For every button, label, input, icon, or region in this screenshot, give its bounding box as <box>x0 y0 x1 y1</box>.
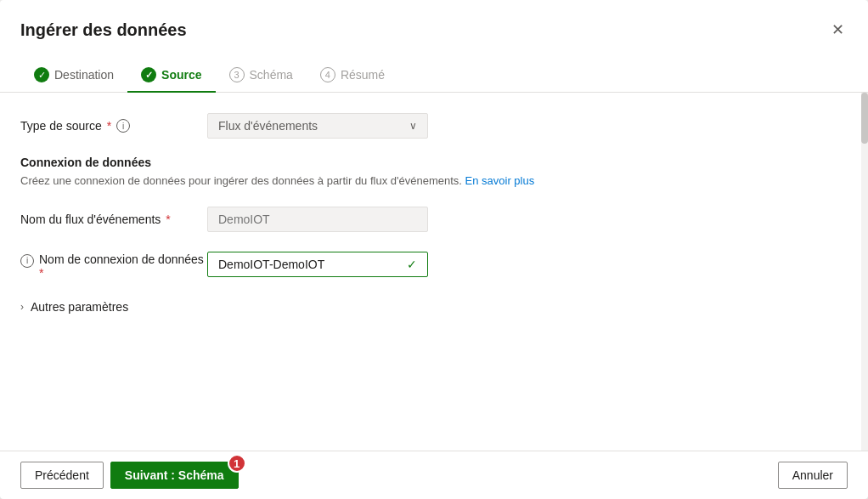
source-type-value: Flux d'événements <box>218 119 318 133</box>
scrollbar-track <box>861 93 868 451</box>
connection-info-icon[interactable]: i <box>20 254 34 268</box>
event-stream-input[interactable] <box>207 207 428 232</box>
required-star-3: * <box>39 266 43 280</box>
tab-resume-label: Résumé <box>341 68 385 82</box>
tabs-bar: ✓ Destination ✓ Source 3 Schéma 4 Résumé <box>0 49 868 93</box>
tab-destination[interactable]: ✓ Destination <box>20 60 127 93</box>
dialog-title: Ingérer des données <box>20 20 187 40</box>
next-badge: 1 <box>228 454 246 473</box>
tab-resume[interactable]: 4 Résumé <box>307 60 398 93</box>
connection-name-row: i Nom de connexion de données * DemoIOT-… <box>20 249 848 280</box>
footer-left: Précédent Suivant : Schéma 1 <box>20 462 239 489</box>
event-stream-control <box>207 207 848 232</box>
connection-check-icon: ✓ <box>407 258 417 271</box>
autres-parametres-label: Autres paramètres <box>31 300 128 314</box>
tab-source-label: Source <box>161 68 201 82</box>
info-icon[interactable]: i <box>116 119 130 133</box>
connection-section-title: Connexion de données <box>20 156 848 169</box>
source-check-icon: ✓ <box>141 67 156 82</box>
chevron-right-icon: › <box>20 301 24 313</box>
schema-tab-number: 3 <box>229 67 245 82</box>
cancel-button[interactable]: Annuler <box>778 462 848 489</box>
source-type-row: Type de source * i Flux d'événements ∨ <box>20 113 848 139</box>
close-button[interactable]: ✕ <box>828 17 848 43</box>
dialog-footer: Précédent Suivant : Schéma 1 Annuler <box>0 451 868 499</box>
next-button[interactable]: Suivant : Schéma 1 <box>110 462 239 489</box>
scrollbar-thumb[interactable] <box>861 93 868 144</box>
source-type-control: Flux d'événements ∨ <box>207 113 848 139</box>
connection-name-label: i Nom de connexion de données * <box>20 249 207 280</box>
dropdown-arrow-icon: ∨ <box>409 120 417 132</box>
tab-destination-label: Destination <box>54 68 114 82</box>
connection-section: Connexion de données Créez une connexion… <box>20 156 848 190</box>
destination-check-icon: ✓ <box>34 67 49 82</box>
close-icon: ✕ <box>831 20 844 39</box>
connection-name-select[interactable]: DemoIOT-DemoIOT ✓ <box>207 252 428 277</box>
required-star: * <box>107 119 111 133</box>
source-type-select[interactable]: Flux d'événements ∨ <box>207 113 428 139</box>
autres-parametres-row[interactable]: › Autres paramètres <box>20 297 848 317</box>
tab-schema-label: Schéma <box>250 68 293 82</box>
event-stream-label: Nom du flux d'événements * <box>20 213 207 226</box>
required-star-2: * <box>166 213 170 226</box>
previous-button[interactable]: Précédent <box>20 462 104 489</box>
tab-schema[interactable]: 3 Schéma <box>216 60 307 93</box>
event-stream-row: Nom du flux d'événements * <box>20 207 848 232</box>
connection-name-control: DemoIOT-DemoIOT ✓ <box>207 252 848 277</box>
connection-name-value: DemoIOT-DemoIOT <box>218 258 324 271</box>
tab-source[interactable]: ✓ Source <box>127 60 215 93</box>
learn-more-link[interactable]: En savoir plus <box>465 174 535 187</box>
connection-section-desc: Créez une connexion de données pour ingé… <box>20 173 848 190</box>
source-type-label: Type de source * i <box>20 119 207 133</box>
resume-tab-number: 4 <box>320 67 335 82</box>
ingest-dialog: Ingérer des données ✕ ✓ Destination ✓ So… <box>0 0 868 499</box>
dialog-body: Type de source * i Flux d'événements ∨ C… <box>0 93 868 451</box>
dialog-header: Ingérer des données ✕ <box>0 0 868 43</box>
